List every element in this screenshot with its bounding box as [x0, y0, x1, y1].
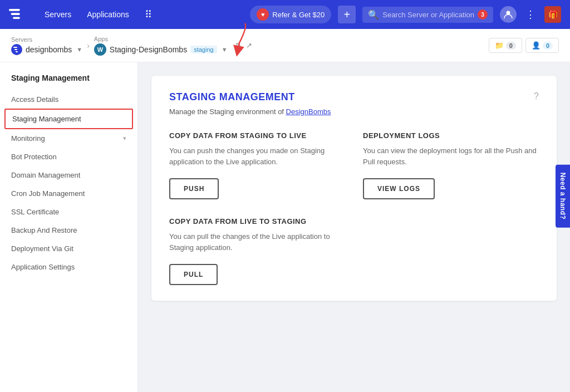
app-selector[interactable]: W Staging-DesignBombs staging ▼ — [94, 43, 231, 56]
nav-applications[interactable]: Applications — [82, 8, 134, 21]
sidebar-label-staging-management: Staging Management — [12, 115, 81, 123]
staging-management-card: STAGING MANAGEMENT ? Manage the Staging … — [151, 76, 557, 301]
pull-button[interactable]: PULL — [169, 264, 218, 285]
breadcrumb-separator: › — [87, 41, 90, 50]
refer-button[interactable]: ♥ Refer & Get $20 — [250, 6, 331, 23]
sidebar-label-domain-management: Domain Management — [11, 171, 80, 179]
grid-icon[interactable]: ⠿ — [140, 6, 156, 23]
svg-rect-4 — [13, 47, 17, 48]
sidebar-label-backup: Backup And Restore — [11, 226, 77, 234]
users-button[interactable]: 👤 0 — [525, 38, 559, 53]
help-icon[interactable]: ? — [534, 91, 539, 101]
nav-servers[interactable]: Servers — [40, 8, 76, 21]
sidebar-item-ssl[interactable]: SSL Certificate — [0, 203, 137, 221]
staging-badge: staging — [190, 46, 217, 53]
view-logs-button[interactable]: VIEW LOGS — [363, 178, 435, 199]
sidebar-label-ssl: SSL Certificate — [11, 208, 59, 216]
logs-title: DEPLOYMENT LOGS — [363, 131, 539, 140]
servers-label: Servers — [11, 36, 82, 43]
search-badge: 3 — [478, 9, 488, 19]
server-chevron-icon: ▼ — [76, 46, 82, 53]
pull-desc: You can pull the changes of the Live app… — [169, 231, 345, 253]
card-header: STAGING MANAGEMENT ? — [169, 91, 539, 103]
sidebar-label-deployment-git: Deployment Via Git — [11, 244, 73, 253]
sidebar-title: Staging Management — [0, 74, 137, 90]
monitoring-chevron-icon: ▾ — [123, 135, 126, 142]
users-icon: 👤 — [532, 41, 540, 50]
user-avatar[interactable] — [500, 6, 517, 23]
files-count: 0 — [506, 42, 516, 50]
card-grid: COPY DATA FROM STAGING TO LIVE You can p… — [169, 131, 539, 285]
more-options-icon[interactable]: ⋮ — [523, 6, 538, 23]
search-bar[interactable]: 🔍 Search Server or Application 3 — [362, 7, 493, 23]
sidebar-item-app-settings[interactable]: Application Settings — [0, 258, 137, 276]
page-title: STAGING MANAGEMENT — [169, 91, 295, 103]
users-count: 0 — [543, 42, 553, 50]
gift-icon[interactable]: 🎁 — [544, 6, 561, 23]
designbombs-link[interactable]: DesignBombs — [286, 107, 331, 116]
svg-rect-1 — [11, 13, 20, 15]
pull-section: COPY DATA FROM LIVE TO STAGING You can p… — [169, 217, 345, 285]
pull-title: COPY DATA FROM LIVE TO STAGING — [169, 217, 345, 226]
breadcrumb-servers-section: Servers designbombs ▼ — [11, 36, 82, 55]
main-layout: Staging Management Access Details Stagin… — [0, 62, 570, 392]
logs-desc: You can view the deployment logs for all… — [363, 145, 539, 167]
sidebar-item-staging-management[interactable]: Staging Management — [4, 109, 133, 129]
refer-label: Refer & Get $20 — [272, 11, 325, 19]
sidebar: Staging Management Access Details Stagin… — [0, 62, 138, 392]
app-name: Staging-DesignBombs — [110, 45, 187, 54]
search-icon: 🔍 — [368, 9, 379, 20]
svg-rect-2 — [13, 17, 20, 19]
sidebar-item-bot-protection[interactable]: Bot Protection — [0, 148, 137, 166]
need-a-hand-button[interactable]: Need a hand? — [556, 165, 570, 228]
sidebar-label-app-settings: Application Settings — [11, 263, 75, 271]
files-button[interactable]: 📁 0 — [489, 38, 522, 53]
right-column: DEPLOYMENT LOGS You can view the deploym… — [363, 131, 539, 285]
svg-rect-5 — [14, 49, 17, 50]
search-placeholder: Search Server or Application — [382, 11, 474, 19]
breadcrumb-actions: 📁 0 👤 0 — [489, 38, 559, 53]
folder-icon: 📁 — [495, 41, 504, 50]
sidebar-item-access-details[interactable]: Access Details — [0, 90, 137, 109]
push-desc: You can push the changes you made on Sta… — [169, 145, 345, 167]
sidebar-label-cron-job: Cron Job Management — [11, 189, 85, 198]
push-button[interactable]: PUSH — [169, 178, 219, 199]
server-icon — [11, 44, 22, 55]
breadcrumb-bar: Servers designbombs ▼ › Apps W Staging-D… — [0, 29, 570, 62]
sidebar-item-domain-management[interactable]: Domain Management — [0, 166, 137, 184]
top-navigation: Servers Applications ⠿ ♥ Refer & Get $20… — [0, 0, 570, 29]
sidebar-item-cron-job[interactable]: Cron Job Management — [0, 184, 137, 203]
heart-icon: ♥ — [257, 8, 269, 21]
add-button[interactable]: + — [338, 6, 356, 23]
sidebar-item-deployment-git[interactable]: Deployment Via Git — [0, 239, 137, 258]
svg-rect-0 — [9, 9, 20, 11]
sidebar-item-backup[interactable]: Backup And Restore — [0, 221, 137, 239]
sidebar-label-access-details: Access Details — [11, 95, 58, 104]
push-title: COPY DATA FROM STAGING TO LIVE — [169, 131, 345, 140]
main-content: STAGING MANAGEMENT ? Manage the Staging … — [138, 62, 570, 392]
logo[interactable] — [9, 7, 29, 22]
apps-label: Apps — [94, 36, 231, 42]
svg-rect-6 — [16, 51, 18, 52]
server-name: designbombs — [26, 45, 72, 54]
left-column: COPY DATA FROM STAGING TO LIVE You can p… — [169, 131, 345, 285]
push-section: COPY DATA FROM STAGING TO LIVE You can p… — [169, 131, 345, 199]
sidebar-label-bot-protection: Bot Protection — [11, 153, 57, 161]
annotation-arrow — [214, 21, 253, 57]
wordpress-icon: W — [94, 43, 106, 56]
card-subtitle: Manage the Staging environment of Design… — [169, 107, 539, 116]
sidebar-item-monitoring[interactable]: Monitoring ▾ — [0, 129, 137, 148]
server-selector[interactable]: designbombs ▼ — [11, 44, 82, 55]
sidebar-label-monitoring: Monitoring — [11, 134, 45, 143]
breadcrumb-apps-section: Apps W Staging-DesignBombs staging ▼ — [94, 36, 231, 56]
